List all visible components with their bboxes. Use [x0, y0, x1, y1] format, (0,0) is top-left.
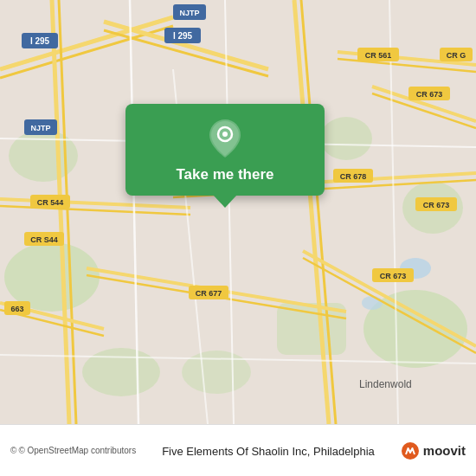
svg-point-6	[82, 348, 160, 396]
bottom-bar: © © OpenStreetMap contributors Five Elem…	[0, 424, 476, 476]
moovit-logo: moovit	[401, 441, 466, 460]
svg-text:I 295: I 295	[30, 36, 50, 46]
svg-text:CR 678: CR 678	[340, 172, 367, 181]
svg-point-69	[222, 132, 228, 137]
location-text: Five Elements Of Shaolin Inc, Philadelph…	[162, 445, 375, 458]
svg-point-4	[9, 130, 78, 182]
svg-text:CR 677: CR 677	[196, 289, 222, 298]
take-me-there-label: Take me there	[176, 166, 273, 183]
osm-text: © OpenStreetMap contributors	[18, 446, 136, 455]
popup-card[interactable]: Take me there	[125, 104, 325, 196]
svg-text:663: 663	[10, 305, 23, 313]
location-pin-icon	[209, 119, 241, 158]
svg-text:Lindenwold: Lindenwold	[359, 378, 412, 390]
map-container: I 295 I 295 NJTP NJTP CR 561 CR 678 CR 6…	[0, 0, 476, 424]
svg-point-10	[362, 296, 383, 310]
osm-credit: © © OpenStreetMap contributors	[10, 446, 136, 455]
svg-text:CR 544: CR 544	[37, 198, 64, 207]
svg-text:I 295: I 295	[173, 31, 193, 41]
svg-text:CR 673: CR 673	[416, 90, 443, 99]
svg-point-5	[182, 351, 251, 394]
svg-text:CR 673: CR 673	[380, 272, 407, 280]
svg-text:CR S44: CR S44	[30, 235, 58, 244]
svg-text:CR 673: CR 673	[423, 201, 450, 209]
svg-text:NJTP: NJTP	[30, 124, 50, 132]
moovit-text: moovit	[423, 443, 466, 458]
svg-text:NJTP: NJTP	[179, 9, 199, 17]
moovit-icon	[401, 441, 420, 460]
copyright-symbol: ©	[10, 446, 16, 455]
svg-point-3	[320, 117, 372, 160]
svg-text:CR G: CR G	[447, 51, 466, 60]
svg-text:CR 561: CR 561	[365, 51, 392, 60]
